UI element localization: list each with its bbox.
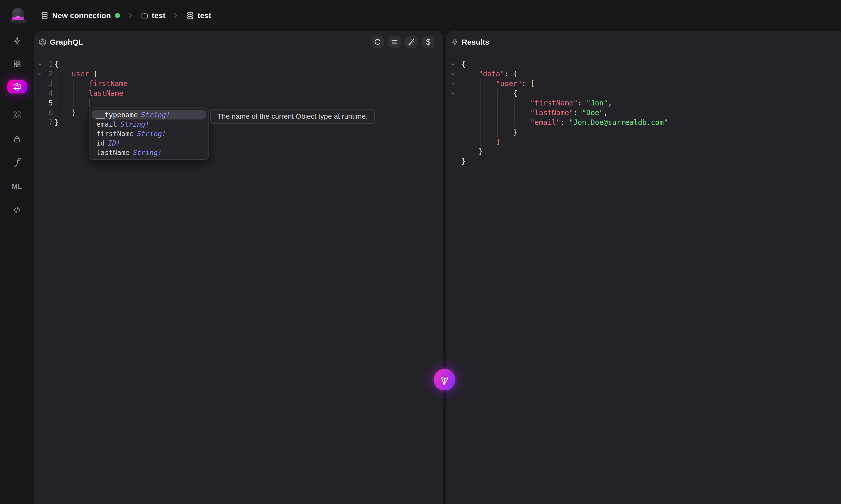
autocomplete-item[interactable]: __typenameString! bbox=[92, 110, 206, 120]
results-line: ] bbox=[446, 137, 841, 147]
results-line: "data": { bbox=[446, 69, 841, 79]
code-token: "user" bbox=[496, 79, 522, 88]
results-line: } bbox=[446, 147, 841, 157]
sidebar-item-models[interactable]: ML bbox=[12, 183, 22, 191]
autocomplete-item[interactable]: lastNameString! bbox=[92, 148, 206, 157]
fold-chevron-icon[interactable] bbox=[446, 81, 460, 86]
breadcrumb-database[interactable]: test bbox=[197, 11, 211, 20]
refresh-button[interactable] bbox=[371, 36, 384, 48]
sidebar-item-explorer[interactable] bbox=[13, 59, 21, 68]
variables-dollar-icon: $ bbox=[426, 38, 430, 47]
indent-guide bbox=[73, 79, 74, 107]
sidebar-item-graphql[interactable] bbox=[7, 80, 27, 93]
sidebar-item-authentication[interactable] bbox=[13, 135, 21, 143]
code-icon bbox=[13, 205, 21, 214]
connection-name[interactable]: New connection bbox=[52, 11, 111, 20]
results-line: { bbox=[446, 89, 841, 98]
code-line-text: lastName bbox=[54, 89, 123, 98]
code-line-text: "email": "Jon.Doe@surrealdb.com" bbox=[461, 118, 668, 127]
graphql-panel-title: GraphQL bbox=[50, 38, 83, 47]
autocomplete-tooltip: The name of the current Object type at r… bbox=[210, 109, 375, 124]
results-line: } bbox=[446, 127, 841, 137]
surrealist-logo[interactable] bbox=[9, 7, 27, 24]
code-token: } bbox=[54, 109, 76, 117]
autocomplete-field-name: __typename bbox=[96, 111, 138, 119]
code-token bbox=[54, 89, 89, 97]
autocomplete-field-name: email bbox=[96, 120, 117, 128]
function-icon: ƒ bbox=[15, 157, 19, 166]
namespace-folder-icon bbox=[141, 12, 149, 20]
code-token: { bbox=[461, 89, 517, 97]
autocomplete-field-type: String! bbox=[120, 120, 150, 128]
code-token: ] bbox=[461, 138, 500, 146]
breadcrumb-namespace[interactable]: test bbox=[152, 11, 165, 20]
line-number: 7 bbox=[46, 118, 53, 127]
code-token bbox=[461, 70, 478, 78]
indent-guide bbox=[497, 89, 498, 137]
results-lines: { "data": { "user": [ { "firstName": "Jo… bbox=[446, 59, 841, 166]
code-line-text: { bbox=[461, 89, 517, 98]
autocomplete-item[interactable]: firstNameString! bbox=[92, 129, 206, 138]
code-token: } bbox=[461, 147, 483, 156]
sidebar-item-designer[interactable] bbox=[13, 111, 21, 119]
code-token: lastName bbox=[89, 89, 123, 97]
code-line-text: firstName bbox=[54, 79, 128, 89]
autocomplete-field-type: String! bbox=[141, 111, 170, 119]
code-token: firstName bbox=[89, 79, 128, 88]
editor-line[interactable]: 1{ bbox=[34, 59, 443, 69]
bolt-icon bbox=[13, 37, 21, 45]
line-number: 1 bbox=[46, 59, 53, 69]
editor-line[interactable]: 3 firstName bbox=[34, 79, 443, 89]
code-token bbox=[461, 109, 530, 117]
code-token: "email" bbox=[530, 118, 560, 127]
indent-guide bbox=[56, 69, 56, 110]
code-line-text: "user": [ bbox=[461, 79, 535, 89]
editor-line[interactable]: 4 lastName bbox=[34, 89, 443, 98]
run-query-button[interactable] bbox=[434, 369, 455, 390]
fold-chevron-icon[interactable] bbox=[446, 91, 460, 96]
autocomplete-item[interactable]: idID! bbox=[92, 138, 206, 148]
editor-line[interactable]: 5 bbox=[34, 98, 443, 108]
autocomplete-field-name: firstName bbox=[96, 130, 134, 138]
connection-icon bbox=[40, 11, 49, 20]
line-number: 6 bbox=[46, 108, 53, 118]
code-token bbox=[461, 118, 530, 127]
graphql-toolbar: $ bbox=[371, 36, 438, 48]
code-token: "Doe" bbox=[582, 109, 603, 117]
code-token: , bbox=[608, 99, 612, 107]
breadcrumb: New connection test test bbox=[40, 11, 211, 20]
code-token bbox=[461, 79, 496, 88]
code-line-text: } bbox=[54, 108, 76, 118]
autocomplete-item[interactable]: emailString! bbox=[92, 120, 206, 129]
code-token: , bbox=[603, 109, 608, 117]
format-button[interactable] bbox=[388, 36, 401, 48]
fold-chevron-icon[interactable] bbox=[446, 71, 460, 77]
code-token: : bbox=[578, 99, 586, 107]
chevron-right-icon bbox=[172, 12, 179, 19]
line-number: 2 bbox=[46, 69, 53, 79]
variables-button[interactable]: $ bbox=[422, 36, 434, 48]
top-bar: New connection test test bbox=[0, 0, 841, 31]
code-token bbox=[54, 79, 89, 88]
sidebar-item-query[interactable] bbox=[13, 37, 21, 45]
code-token: "lastName" bbox=[530, 109, 574, 117]
graphql-icon bbox=[7, 80, 27, 93]
code-token: "firstName" bbox=[530, 99, 578, 107]
code-line-text: { bbox=[461, 59, 466, 69]
fold-chevron-icon[interactable] bbox=[34, 71, 46, 77]
chevron-right-icon bbox=[127, 12, 134, 19]
code-token: { bbox=[89, 70, 98, 78]
results-panel: Results { "data": { "user": [ { "firstNa… bbox=[446, 31, 841, 504]
code-token: : { bbox=[505, 70, 518, 78]
prettify-button[interactable] bbox=[405, 36, 417, 48]
fold-chevron-icon[interactable] bbox=[34, 62, 46, 67]
sidebar-item-api-docs[interactable] bbox=[13, 205, 21, 214]
database-icon bbox=[186, 11, 194, 20]
editor-line[interactable]: 2 user { bbox=[34, 69, 443, 79]
sidebar-item-functions[interactable]: ƒ bbox=[15, 157, 19, 166]
results-line: } bbox=[446, 157, 841, 166]
code-line-text: { bbox=[54, 59, 59, 69]
fold-chevron-icon[interactable] bbox=[446, 62, 460, 67]
indent-guide bbox=[463, 69, 463, 157]
code-token: } bbox=[54, 118, 59, 127]
